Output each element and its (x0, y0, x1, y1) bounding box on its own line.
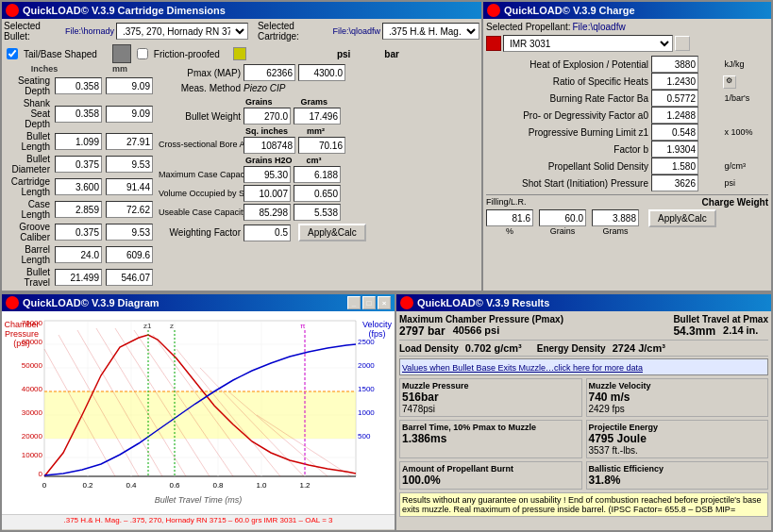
pmax-bar-field[interactable]: 4300.0 (298, 64, 345, 81)
dim-inches[interactable] (53, 75, 104, 97)
dim-inches[interactable] (53, 130, 104, 153)
svg-text:10000: 10000 (22, 451, 43, 459)
useable-cm3[interactable] (294, 204, 341, 221)
mm2-header: mm² (307, 126, 325, 136)
dim-inches[interactable] (53, 153, 104, 175)
vol-occupied-grains[interactable] (244, 185, 291, 202)
ratio-val[interactable] (651, 73, 698, 90)
weighting-label: Weighting Factor (159, 227, 244, 238)
prop-density-val[interactable] (651, 158, 698, 175)
pmax-label: Pmax (MAP) (159, 68, 244, 78)
dim-inches[interactable] (53, 266, 104, 289)
diagram-close-btn[interactable]: × (378, 296, 391, 309)
inches-header: Inches (31, 64, 59, 74)
propellant-select[interactable]: IMR 3031 (503, 35, 673, 52)
muzzle-pressure-psi: 7478psi (402, 404, 580, 414)
filling-pct-field[interactable] (486, 209, 533, 226)
charge-panel: QuickLOAD© V.3.9 Charge Selected Propell… (481, 0, 773, 292)
filling-grams-field[interactable] (592, 209, 639, 226)
y-right-label: Velocity(fps) (361, 321, 394, 340)
diagram-restore-btn[interactable]: □ (362, 296, 376, 309)
svg-text:z: z (170, 322, 174, 330)
filling-grains-field[interactable] (539, 209, 586, 226)
energy-density-val: 2724 J/cm³ (613, 342, 665, 354)
tail-base-checkbox[interactable] (7, 48, 18, 59)
shot-start-val[interactable] (651, 175, 698, 191)
burning-rate-val[interactable] (651, 90, 698, 107)
pmax-psi-field[interactable]: 62366 (244, 64, 295, 81)
bullet-weight-grams[interactable] (294, 108, 341, 125)
file-hornady-label: File:\hornady (65, 26, 114, 36)
bullet-select[interactable]: .375, 270, Hornady RN 3715 (116, 23, 248, 40)
max-case-cm3[interactable] (294, 166, 341, 183)
dim-mm[interactable] (104, 175, 155, 198)
file-qloadfw-label: File:\qloadfw (332, 26, 380, 36)
dim-mm[interactable] (104, 243, 155, 266)
dim-mm[interactable] (104, 130, 155, 153)
selected-bullet-label: Selected Bullet: (4, 21, 63, 42)
dim-label: Case Length (4, 198, 53, 221)
dimensions-table: Seating Depth Shank Seat Depth Bullet Le… (4, 75, 155, 289)
cartridge-icon (6, 4, 19, 17)
filling-grains-unit: Grains (550, 226, 576, 236)
dimension-row: Cartridge Length (4, 175, 155, 198)
svg-text:30000: 30000 (22, 408, 43, 417)
prog-burning-val[interactable] (651, 124, 698, 141)
useable-case-label: Useable Case Capacity (159, 208, 244, 217)
friction-proofed-checkbox[interactable] (137, 48, 148, 59)
bullet-weight-label: Bullet Weight (159, 111, 244, 122)
max-chamber-label: Maximum Chamber Pressure (Pmax) (399, 314, 563, 324)
burning-unit: 1/bar's (723, 90, 768, 107)
muzzle-velocity-section: Muzzle Velocity 740 m/s 2429 fps (586, 378, 769, 417)
vol-occupied-cm3[interactable] (294, 185, 341, 202)
pro-deg-label: Pro- or Degressivity Factor a0 (486, 107, 651, 124)
dim-mm[interactable] (104, 266, 155, 289)
dim-inches[interactable] (53, 198, 104, 221)
dim-label: Shank Seat Depth (4, 97, 53, 130)
factor-b-label: Factor b (486, 141, 651, 158)
dim-mm[interactable] (104, 221, 155, 243)
dim-inches[interactable] (53, 97, 104, 130)
dimension-row: Bullet Length (4, 130, 155, 153)
bullet-weight-grains[interactable] (244, 108, 291, 125)
ratio-btn[interactable]: ⚙ (723, 75, 736, 89)
pro-deg-val[interactable] (651, 107, 698, 124)
selected-cartridge-label: Selected Cartridge: (258, 21, 331, 42)
dim-mm[interactable] (104, 153, 155, 175)
heat-unit: kJ/kg (723, 56, 768, 73)
click-more-btn[interactable]: Values when Bullet Base Exits Muzzle…cli… (399, 358, 768, 375)
propellant-folder-btn[interactable] (675, 36, 690, 51)
dimension-row: Bullet Travel (4, 266, 155, 289)
dim-mm[interactable] (104, 198, 155, 221)
vol-occupied-label: Volume Occupied by Seated Bullet (159, 189, 244, 198)
dim-inches[interactable] (53, 243, 104, 266)
svg-text:2000: 2000 (358, 361, 375, 370)
diagram-panel: QuickLOAD© V.3.9 Diagram _ □ × Chamber P… (0, 292, 395, 532)
diagram-minimize-btn[interactable]: _ (347, 296, 361, 309)
prop-density-unit: g/cm³ (723, 158, 768, 175)
max-case-grains[interactable] (244, 166, 291, 183)
bullet-travel-in: 2.14 in. (723, 324, 758, 338)
svg-text:0: 0 (42, 481, 47, 490)
useable-grains[interactable] (244, 204, 291, 221)
cross-section-sqin[interactable] (244, 137, 295, 154)
svg-text:0.4: 0.4 (126, 481, 137, 490)
x-axis-label: Bullet Travel Time (ms) (2, 495, 395, 505)
shot-start-unit: psi (723, 175, 768, 191)
factor-b-val[interactable] (651, 141, 698, 158)
svg-text:500: 500 (358, 432, 371, 441)
charge-apply-calc-btn[interactable]: Apply&Calc (648, 209, 716, 227)
filling-grams-unit: Grams (603, 226, 629, 236)
dim-mm[interactable] (104, 75, 155, 97)
dim-mm[interactable] (104, 97, 155, 130)
dim-inches[interactable] (53, 175, 104, 198)
cartridge-select[interactable]: .375 H.& H. Mag. (382, 23, 479, 40)
cross-section-mm2[interactable] (298, 137, 345, 154)
meas-method-label: Meas. Method (159, 83, 244, 93)
cartridge-apply-calc-btn[interactable]: Apply&Calc (298, 224, 366, 241)
weighting-val[interactable] (244, 224, 291, 241)
heat-val[interactable] (651, 56, 698, 73)
dim-inches[interactable] (53, 221, 104, 243)
energy-density-label: Energy Density (537, 343, 606, 354)
ballistic-eff-val: 31.8% (589, 474, 766, 487)
